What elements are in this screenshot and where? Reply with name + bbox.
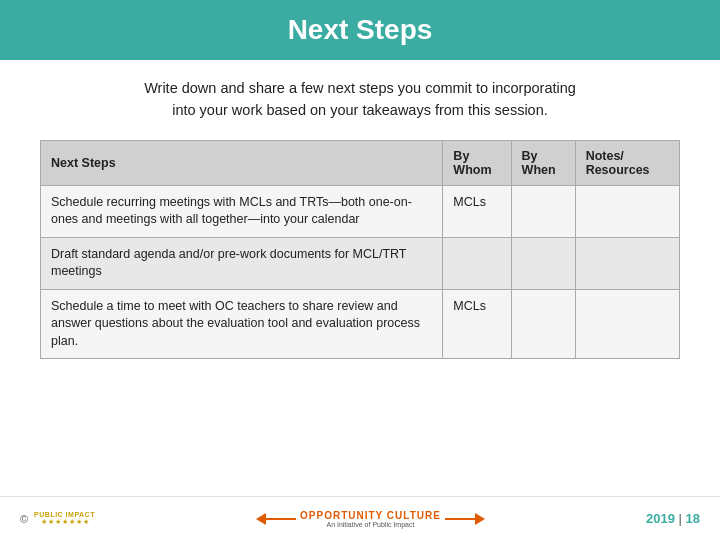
table-header-row: Next Steps By Whom By When Notes/ Resour… (41, 140, 680, 185)
row1-step: Schedule recurring meetings with MCLs an… (41, 185, 443, 237)
row1-by-when (511, 185, 575, 237)
footer-right: 2019 | 18 (646, 511, 700, 526)
stars-row: ★ ★ ★ ★ ★ ★ ★ (41, 518, 89, 526)
slide-title: Next Steps (20, 14, 700, 46)
star-6: ★ (76, 518, 82, 526)
copyright-symbol: © (20, 513, 28, 525)
opp-culture-title: OPPORTUNITY CULTURE (300, 510, 441, 521)
col-by-when: By When (511, 140, 575, 185)
footer-center: OPPORTUNITY CULTURE An Initiative of Pub… (95, 510, 646, 528)
arrow-right-icon (475, 513, 485, 525)
row1-notes (575, 185, 679, 237)
steps-table-container: Next Steps By Whom By When Notes/ Resour… (40, 140, 680, 487)
row2-by-whom (443, 237, 511, 289)
star-1: ★ (41, 518, 47, 526)
row3-by-when (511, 289, 575, 359)
star-5: ★ (69, 518, 75, 526)
row3-notes (575, 289, 679, 359)
slide-footer: © PUBLIC IMPACT ★ ★ ★ ★ ★ ★ ★ OPPORTUNIT… (0, 496, 720, 540)
arrow-left-icon (256, 513, 266, 525)
row3-by-whom: MCLs (443, 289, 511, 359)
slide: Next Steps Write down and share a few ne… (0, 0, 720, 540)
table-row: Draft standard agenda and/or pre-work do… (41, 237, 680, 289)
footer-page-number: 18 (686, 511, 700, 526)
row2-notes (575, 237, 679, 289)
col-notes: Notes/ Resources (575, 140, 679, 185)
row2-by-when (511, 237, 575, 289)
row3-step: Schedule a time to meet with OC teachers… (41, 289, 443, 359)
table-row: Schedule recurring meetings with MCLs an… (41, 185, 680, 237)
slide-header: Next Steps (0, 0, 720, 60)
row1-by-whom: MCLs (443, 185, 511, 237)
footer-separator: | (679, 511, 682, 526)
col-next-steps: Next Steps (41, 140, 443, 185)
intro-line2: into your work based on your takeaways f… (172, 102, 548, 118)
opp-culture-line-left (266, 518, 296, 520)
star-2: ★ (48, 518, 54, 526)
intro-paragraph: Write down and share a few next steps yo… (40, 78, 680, 122)
public-impact-logo: PUBLIC IMPACT ★ ★ ★ ★ ★ ★ ★ (34, 511, 95, 526)
table-row: Schedule a time to meet with OC teachers… (41, 289, 680, 359)
public-impact-text: PUBLIC IMPACT (34, 511, 95, 518)
opp-culture-subtitle: An Initiative of Public Impact (326, 521, 414, 528)
opp-culture-line-right (445, 518, 475, 520)
star-3: ★ (55, 518, 61, 526)
opp-culture-brand: OPPORTUNITY CULTURE An Initiative of Pub… (296, 510, 445, 528)
intro-line1: Write down and share a few next steps yo… (144, 80, 576, 96)
footer-year: 2019 (646, 511, 675, 526)
footer-left: © PUBLIC IMPACT ★ ★ ★ ★ ★ ★ ★ (20, 511, 95, 526)
row2-step: Draft standard agenda and/or pre-work do… (41, 237, 443, 289)
slide-content: Write down and share a few next steps yo… (0, 60, 720, 496)
steps-table: Next Steps By Whom By When Notes/ Resour… (40, 140, 680, 360)
star-7: ★ (83, 518, 89, 526)
star-4: ★ (62, 518, 68, 526)
col-by-whom: By Whom (443, 140, 511, 185)
